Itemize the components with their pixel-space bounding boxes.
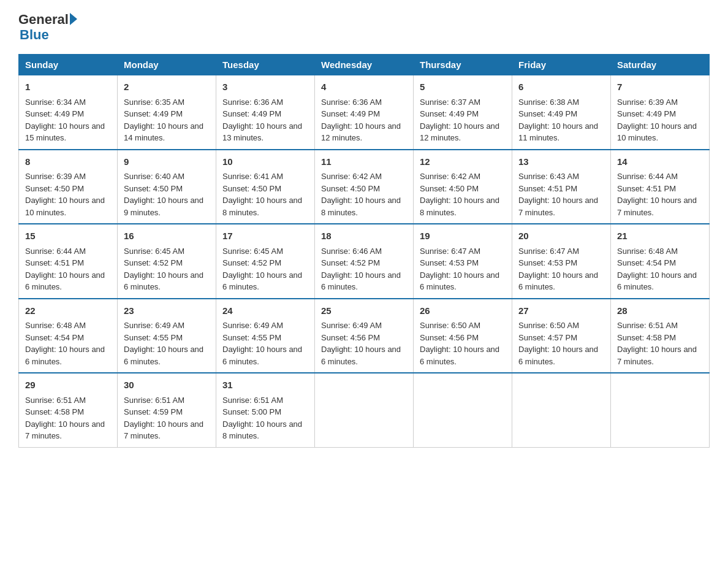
sunset-text: Sunset: 4:49 PM bbox=[222, 109, 281, 118]
daylight-text: Daylight: 10 hours and 6 minutes. bbox=[420, 345, 499, 366]
sunset-text: Sunset: 4:49 PM bbox=[518, 109, 577, 118]
week-row-1: 1Sunrise: 6:34 AMSunset: 4:49 PMDaylight… bbox=[19, 75, 710, 150]
sunrise-text: Sunrise: 6:50 AM bbox=[420, 321, 480, 330]
sunrise-text: Sunrise: 6:51 AM bbox=[124, 396, 184, 405]
day-cell: 7Sunrise: 6:39 AMSunset: 4:49 PMDaylight… bbox=[611, 75, 710, 150]
day-cell: 22Sunrise: 6:48 AMSunset: 4:54 PMDayligh… bbox=[19, 299, 118, 373]
sunset-text: Sunset: 4:52 PM bbox=[222, 258, 281, 267]
day-cell: 31Sunrise: 6:51 AMSunset: 5:00 PMDayligh… bbox=[216, 373, 315, 447]
daylight-text: Daylight: 10 hours and 10 minutes. bbox=[617, 121, 697, 143]
daylight-text: Daylight: 10 hours and 6 minutes. bbox=[321, 345, 401, 366]
daylight-text: Daylight: 10 hours and 7 minutes. bbox=[518, 196, 598, 217]
sunset-text: Sunset: 4:54 PM bbox=[25, 333, 84, 342]
day-number: 15 bbox=[25, 229, 111, 243]
day-cell: 8Sunrise: 6:39 AMSunset: 4:50 PMDaylight… bbox=[19, 150, 118, 224]
page-header: General Blue bbox=[18, 12, 710, 43]
day-cell: 16Sunrise: 6:45 AMSunset: 4:52 PMDayligh… bbox=[118, 224, 216, 299]
sunset-text: Sunset: 4:51 PM bbox=[518, 184, 577, 193]
sunset-text: Sunset: 4:49 PM bbox=[25, 109, 84, 118]
daylight-text: Daylight: 10 hours and 6 minutes. bbox=[222, 270, 302, 292]
daylight-text: Daylight: 10 hours and 7 minutes. bbox=[25, 419, 105, 441]
sunset-text: Sunset: 4:49 PM bbox=[321, 109, 380, 118]
logo-arrow-icon bbox=[70, 13, 77, 25]
sunrise-text: Sunrise: 6:47 AM bbox=[518, 247, 579, 256]
daylight-text: Daylight: 10 hours and 14 minutes. bbox=[124, 121, 203, 143]
daylight-text: Daylight: 10 hours and 7 minutes. bbox=[617, 345, 697, 366]
sunset-text: Sunset: 4:50 PM bbox=[222, 184, 281, 193]
sunrise-text: Sunrise: 6:35 AM bbox=[124, 98, 184, 107]
day-number: 22 bbox=[25, 304, 111, 318]
sunset-text: Sunset: 4:50 PM bbox=[420, 184, 479, 193]
daylight-text: Daylight: 10 hours and 7 minutes. bbox=[124, 419, 203, 441]
sunset-text: Sunset: 4:51 PM bbox=[617, 184, 676, 193]
week-row-2: 8Sunrise: 6:39 AMSunset: 4:50 PMDaylight… bbox=[19, 150, 710, 224]
sunset-text: Sunset: 4:53 PM bbox=[518, 258, 577, 267]
sunset-text: Sunset: 4:59 PM bbox=[124, 407, 183, 416]
daylight-text: Daylight: 10 hours and 15 minutes. bbox=[25, 121, 105, 143]
daylight-text: Daylight: 10 hours and 9 minutes. bbox=[124, 196, 203, 217]
day-cell: 21Sunrise: 6:48 AMSunset: 4:54 PMDayligh… bbox=[611, 224, 710, 299]
day-number: 20 bbox=[518, 229, 604, 243]
day-cell: 20Sunrise: 6:47 AMSunset: 4:53 PMDayligh… bbox=[512, 224, 611, 299]
sunrise-text: Sunrise: 6:37 AM bbox=[420, 98, 480, 107]
day-number: 27 bbox=[518, 304, 604, 318]
sunrise-text: Sunrise: 6:44 AM bbox=[617, 172, 678, 181]
sunrise-text: Sunrise: 6:46 AM bbox=[321, 247, 382, 256]
sunrise-text: Sunrise: 6:40 AM bbox=[124, 172, 184, 181]
day-number: 29 bbox=[25, 378, 111, 393]
daylight-text: Daylight: 10 hours and 13 minutes. bbox=[222, 121, 302, 143]
day-cell: 15Sunrise: 6:44 AMSunset: 4:51 PMDayligh… bbox=[19, 224, 118, 299]
sunset-text: Sunset: 4:52 PM bbox=[124, 258, 183, 267]
week-row-5: 29Sunrise: 6:51 AMSunset: 4:58 PMDayligh… bbox=[19, 373, 710, 447]
day-number: 17 bbox=[222, 229, 308, 243]
sunrise-text: Sunrise: 6:49 AM bbox=[124, 321, 184, 330]
header-cell-monday: Monday bbox=[118, 55, 216, 75]
day-number: 6 bbox=[518, 80, 604, 94]
day-cell: 3Sunrise: 6:36 AMSunset: 4:49 PMDaylight… bbox=[216, 75, 315, 150]
sunset-text: Sunset: 4:58 PM bbox=[25, 407, 84, 416]
sunrise-text: Sunrise: 6:50 AM bbox=[518, 321, 579, 330]
sunset-text: Sunset: 4:51 PM bbox=[25, 258, 84, 267]
sunrise-text: Sunrise: 6:51 AM bbox=[617, 321, 678, 330]
day-number: 4 bbox=[321, 80, 407, 94]
day-number: 25 bbox=[321, 304, 407, 318]
logo-text-blue: Blue bbox=[20, 27, 77, 43]
day-number: 10 bbox=[222, 155, 308, 169]
daylight-text: Daylight: 10 hours and 8 minutes. bbox=[420, 196, 499, 217]
sunset-text: Sunset: 4:49 PM bbox=[617, 109, 676, 118]
day-cell: 13Sunrise: 6:43 AMSunset: 4:51 PMDayligh… bbox=[512, 150, 611, 224]
daylight-text: Daylight: 10 hours and 6 minutes. bbox=[124, 270, 203, 292]
day-number: 21 bbox=[617, 229, 703, 243]
sunset-text: Sunset: 4:56 PM bbox=[420, 333, 479, 342]
sunrise-text: Sunrise: 6:34 AM bbox=[25, 98, 86, 107]
day-cell bbox=[315, 373, 414, 447]
daylight-text: Daylight: 10 hours and 11 minutes. bbox=[518, 121, 598, 143]
daylight-text: Daylight: 10 hours and 6 minutes. bbox=[25, 345, 105, 366]
sunrise-text: Sunrise: 6:39 AM bbox=[617, 98, 678, 107]
week-row-3: 15Sunrise: 6:44 AMSunset: 4:51 PMDayligh… bbox=[19, 224, 710, 299]
day-number: 24 bbox=[222, 304, 308, 318]
day-number: 11 bbox=[321, 155, 407, 169]
calendar-header: SundayMondayTuesdayWednesdayThursdayFrid… bbox=[19, 55, 710, 75]
day-number: 19 bbox=[420, 229, 506, 243]
sunset-text: Sunset: 4:50 PM bbox=[321, 184, 380, 193]
header-cell-wednesday: Wednesday bbox=[315, 55, 414, 75]
calendar-table: SundayMondayTuesdayWednesdayThursdayFrid… bbox=[18, 54, 710, 448]
day-number: 18 bbox=[321, 229, 407, 243]
day-number: 7 bbox=[617, 80, 703, 94]
day-number: 3 bbox=[222, 80, 308, 94]
sunset-text: Sunset: 4:50 PM bbox=[124, 184, 183, 193]
sunset-text: Sunset: 4:50 PM bbox=[25, 184, 84, 193]
day-number: 8 bbox=[25, 155, 111, 169]
daylight-text: Daylight: 10 hours and 10 minutes. bbox=[25, 196, 105, 217]
day-cell: 17Sunrise: 6:45 AMSunset: 4:52 PMDayligh… bbox=[216, 224, 315, 299]
day-number: 2 bbox=[124, 80, 210, 94]
day-cell: 27Sunrise: 6:50 AMSunset: 4:57 PMDayligh… bbox=[512, 299, 611, 373]
day-cell: 5Sunrise: 6:37 AMSunset: 4:49 PMDaylight… bbox=[414, 75, 512, 150]
daylight-text: Daylight: 10 hours and 6 minutes. bbox=[321, 270, 401, 292]
header-cell-sunday: Sunday bbox=[19, 55, 118, 75]
sunset-text: Sunset: 4:54 PM bbox=[617, 258, 676, 267]
day-number: 23 bbox=[124, 304, 210, 318]
sunset-text: Sunset: 4:55 PM bbox=[222, 333, 281, 342]
daylight-text: Daylight: 10 hours and 8 minutes. bbox=[321, 196, 401, 217]
